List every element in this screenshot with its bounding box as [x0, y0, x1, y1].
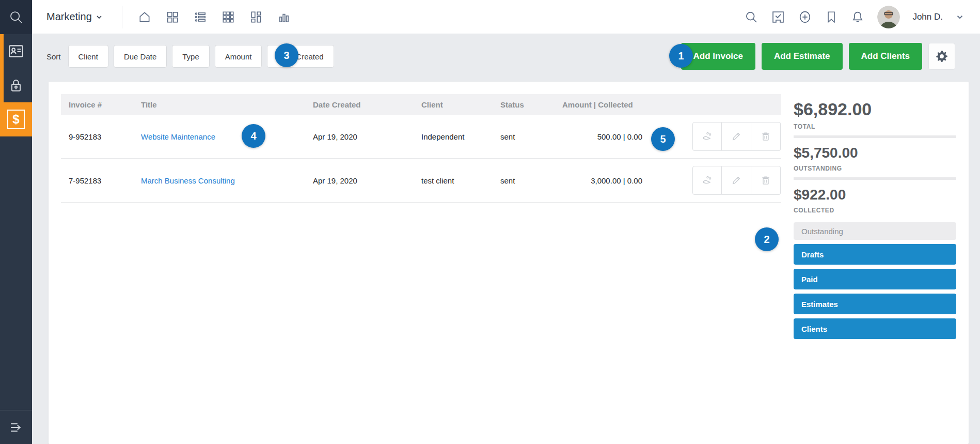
- table-header-row: Invoice # Title Date Created Client Stat…: [61, 94, 781, 115]
- primary-actions: Add Invoice Add Estimate Add Clients: [681, 43, 980, 70]
- invoice-number: 9-952183: [61, 132, 133, 141]
- top-bar: Marketing: [32, 0, 980, 34]
- search-icon: [8, 9, 24, 25]
- outstanding-amount: $5,750.00: [794, 145, 956, 161]
- billing-dollar-icon: $: [7, 110, 25, 129]
- status: sent: [493, 176, 555, 185]
- filter-drafts-button[interactable]: Drafts: [794, 244, 956, 265]
- add-icon[interactable]: [798, 10, 812, 24]
- annotation-badge-3: 3: [275, 43, 298, 67]
- sort-label: Sort: [46, 52, 61, 61]
- view-switcher: [138, 10, 291, 24]
- date-created: Apr 19, 2020: [305, 176, 414, 185]
- settings-button[interactable]: [928, 43, 955, 70]
- grid-3x3-icon[interactable]: [222, 10, 235, 24]
- row-action-group: [692, 166, 781, 195]
- notifications-icon[interactable]: [850, 10, 865, 24]
- bar-chart-icon[interactable]: [277, 10, 291, 24]
- filter-clients-button[interactable]: Clients: [794, 318, 956, 339]
- contacts-icon: [7, 42, 25, 60]
- filter-list: Outstanding Drafts Paid Estimates Client…: [794, 222, 956, 339]
- client-name: Independent: [414, 132, 493, 141]
- add-clients-button[interactable]: Add Clients: [849, 43, 922, 70]
- filter-estimates-button[interactable]: Estimates: [794, 294, 956, 314]
- col-invoice-number: Invoice #: [61, 100, 133, 109]
- bookmark-icon[interactable]: [825, 10, 838, 24]
- client-name: test client: [414, 176, 493, 185]
- row-action-group: [692, 122, 781, 151]
- avatar[interactable]: [877, 6, 900, 28]
- grid-2x2-icon[interactable]: [166, 10, 179, 24]
- invoices-table: Invoice # Title Date Created Client Stat…: [61, 94, 781, 203]
- workspace-name: Marketing: [46, 11, 92, 23]
- invoice-title-link[interactable]: March Business Consulting: [141, 176, 235, 185]
- annotation-badge-1: 1: [669, 44, 693, 68]
- edit-button[interactable]: [722, 166, 751, 195]
- sidebar-item-billing[interactable]: $: [0, 102, 32, 136]
- workspace-selector[interactable]: Marketing: [32, 11, 103, 23]
- sidebar-item-contacts[interactable]: [0, 34, 32, 68]
- gear-icon: [935, 50, 949, 63]
- annotation-badge-5: 5: [651, 127, 675, 151]
- col-date-created: Date Created: [305, 100, 414, 109]
- filter-paid-button[interactable]: Paid: [794, 269, 956, 289]
- sort-amount-button[interactable]: Amount: [215, 45, 262, 68]
- sort-client-button[interactable]: Client: [68, 45, 108, 68]
- home-icon[interactable]: [138, 10, 151, 24]
- col-client: Client: [414, 100, 493, 109]
- filter-outstanding-button[interactable]: Outstanding: [794, 222, 956, 240]
- left-sidebar: $: [0, 0, 32, 444]
- invoices-card: Invoice # Title Date Created Client Stat…: [49, 82, 969, 444]
- sort-type-button[interactable]: Type: [172, 45, 210, 68]
- sort-action-bar: Sort Client Due Date Type Amount Date Cr…: [32, 34, 980, 79]
- status: sent: [493, 132, 555, 141]
- amount-collected: 3,000.00 | 0.00: [555, 176, 685, 185]
- annotation-badge-4: 4: [242, 124, 265, 148]
- col-amount-collected: Amount | Collected: [555, 100, 685, 109]
- invoice-title-link[interactable]: Website Maintenance: [141, 132, 215, 141]
- annotation-badge-2: 2: [755, 227, 779, 251]
- collected-label: COLLECTED: [794, 207, 956, 214]
- sidebar-search-button[interactable]: [0, 0, 32, 34]
- total-label: TOTAL: [794, 123, 956, 130]
- columns-icon[interactable]: [249, 10, 263, 24]
- date-created: Apr 19, 2020: [305, 132, 414, 141]
- col-title: Title: [133, 100, 305, 109]
- payment-button[interactable]: [692, 166, 722, 195]
- delete-button[interactable]: [751, 122, 781, 151]
- invoice-number: 7-952183: [61, 176, 133, 185]
- summary-divider: [794, 177, 956, 180]
- search-icon[interactable]: [744, 10, 758, 24]
- summary-panel: $6,892.00 TOTAL $5,750.00 OUTSTANDING $9…: [794, 94, 956, 343]
- sidebar-expand-button[interactable]: [0, 410, 32, 444]
- payment-button[interactable]: [692, 122, 722, 151]
- delete-button[interactable]: [751, 166, 781, 195]
- summary-divider: [794, 135, 956, 138]
- expand-arrow-icon: [7, 419, 25, 436]
- outstanding-label: OUTSTANDING: [794, 165, 956, 172]
- topbar-right-cluster: John D.: [744, 6, 980, 28]
- sort-due-date-button[interactable]: Due Date: [114, 45, 167, 68]
- chevron-down-icon: [95, 13, 103, 21]
- col-status: Status: [493, 100, 555, 109]
- user-name[interactable]: John D.: [912, 12, 943, 22]
- total-amount: $6,892.00: [794, 99, 956, 119]
- collected-amount: $922.00: [794, 187, 956, 203]
- add-estimate-button[interactable]: Add Estimate: [762, 43, 843, 70]
- edit-button[interactable]: [722, 122, 751, 151]
- table-row: 7-952183 March Business Consulting Apr 1…: [61, 159, 781, 203]
- tasks-icon[interactable]: [771, 10, 785, 24]
- user-menu-chevron-icon[interactable]: [955, 12, 965, 22]
- topbar-divider: [122, 6, 122, 28]
- list-icon[interactable]: [194, 10, 207, 24]
- lock-icon: [8, 77, 24, 94]
- sidebar-item-security[interactable]: [0, 68, 32, 102]
